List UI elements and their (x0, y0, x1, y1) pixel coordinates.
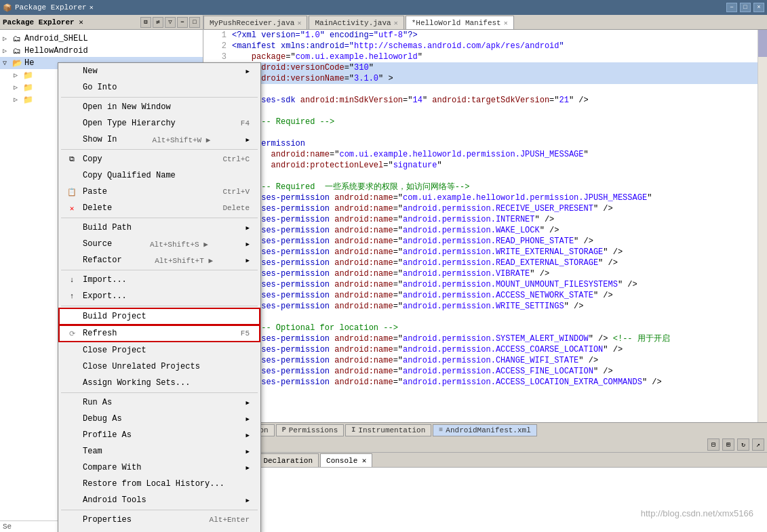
menu-item-build-path-left: Build Path (66, 222, 132, 233)
open-type-hierarchy-shortcut: F4 (241, 119, 250, 127)
close-button[interactable]: × (753, 3, 764, 12)
menu-item-debug-as[interactable]: Debug As (58, 411, 260, 427)
line-content-1: <?xml version="1.0" encoding="utf-8"?> (232, 30, 418, 41)
right-panel: MyPushReceiver.java ✕ MainActivity.java … (203, 15, 767, 532)
line-number-1: 1 (206, 30, 227, 41)
menu-item-profile-as[interactable]: Profile As (58, 427, 260, 443)
manifest-tab-instrumentation[interactable]: I Instrumentation (345, 424, 431, 436)
editor-line-24: 24 <uses-permission android:name="androi… (203, 279, 758, 290)
menu-item-show-in[interactable]: Show In Alt+Shift+W ▶ (58, 131, 260, 148)
bottom-toolbar-btn-3[interactable]: ↻ (737, 438, 749, 451)
tab-mypushreceiver[interactable]: MyPushReceiver.java ✕ (203, 16, 307, 29)
editor-line-11: 11 <permission (203, 138, 758, 149)
delete-shortcut: Delete (222, 204, 250, 212)
line-number-2: 2 (206, 41, 227, 52)
menu-item-close-project[interactable]: Close Project (58, 342, 260, 359)
tab-mypushreceiver-label: MyPushReceiver.java (210, 19, 294, 27)
build-path-icon (66, 222, 77, 233)
editor-line-2: 2 <manifest xmlns:android="http://schema… (203, 41, 758, 52)
menu-item-source[interactable]: Source Alt+Shift+S ▶ (58, 236, 260, 252)
tab-helloworld-manifest[interactable]: *HelloWorld Manifest ✕ (406, 16, 514, 29)
menu-item-open-new-window[interactable]: Open in New Window (58, 99, 260, 115)
menu-item-source-left: Source (66, 239, 112, 249)
tab-helloworld-manifest-close[interactable]: ✕ (504, 19, 508, 27)
separator-2 (61, 149, 258, 150)
separator-5 (61, 306, 258, 306)
menu-item-delete-label: Delete (83, 203, 112, 213)
minimize-button[interactable]: − (726, 3, 737, 12)
manifest-tab-permissions[interactable]: P Permissions (276, 424, 345, 436)
line-content-19: <uses-permission android:name="android.p… (232, 225, 559, 236)
menu-item-restore-local[interactable]: Restore from Local History... (58, 476, 260, 492)
menu-item-copy-label: Copy (83, 155, 102, 164)
properties-icon (66, 514, 77, 525)
tab-mainactivity-close[interactable]: ✕ (394, 19, 398, 27)
menu-item-go-into[interactable]: Go Into (58, 79, 260, 96)
editor-lines-container[interactable]: 1 <?xml version="1.0" encoding="utf-8"?>… (203, 30, 758, 422)
bottom-tab-console[interactable]: Console ✕ (320, 453, 372, 467)
menu-item-export[interactable]: ↑ Export... (58, 288, 260, 304)
menu-item-close-project-left: Close Project (66, 345, 146, 356)
menu-item-paste[interactable]: 📋 Paste Ctrl+V (58, 184, 260, 200)
menu-item-export-left: ↑ Export... (66, 291, 127, 302)
bottom-toolbar-btn-4[interactable]: ↗ (752, 438, 764, 451)
menu-item-refresh[interactable]: ⟳ Refresh F5 (58, 325, 260, 342)
separator-3 (61, 218, 258, 218)
menu-item-show-in-label: Show In (83, 135, 117, 144)
line-content-3: package="com.ui.example.helloworld" (232, 52, 422, 62)
menu-item-copy-qualified-name[interactable]: Copy Qualified Name (58, 167, 260, 184)
menu-item-android-tools[interactable]: Android Tools (58, 492, 260, 508)
menu-item-team-left: Team (66, 446, 102, 457)
menu-item-close-unrelated[interactable]: Close Unrelated Projects (58, 359, 260, 375)
line-content-33: <uses-permission android:name="android.p… (232, 377, 662, 388)
scrollbar-thumb[interactable] (758, 30, 767, 57)
menu-item-debug-as-left: Debug As (66, 413, 122, 424)
menu-item-copy-qualified-name-label: Copy Qualified Name (83, 171, 176, 180)
minimize-panel-button[interactable]: − (177, 17, 188, 28)
tab-mainactivity-label: MainActivity.java (315, 19, 391, 27)
editor-scrollbar[interactable] (758, 30, 767, 422)
menu-item-compare-with-label: Compare With (83, 463, 141, 472)
maximize-panel-button[interactable]: □ (189, 17, 200, 28)
line-content-7: <uses-sdk android:minSdkVersion="14" and… (232, 95, 589, 106)
refresh-icon: ⟳ (66, 328, 77, 339)
editor-line-20: 20 <uses-permission android:name="androi… (203, 236, 758, 247)
maximize-button[interactable]: □ (740, 3, 751, 12)
view-menu-button[interactable]: ▽ (165, 17, 176, 28)
menu-item-refactor[interactable]: Refactor Alt+Shift+T ▶ (58, 252, 260, 268)
link-editor-button[interactable]: ⇌ (153, 17, 163, 28)
show-in-shortcut: Alt+Shift+W ▶ (153, 136, 211, 144)
bottom-toolbar-btn-2[interactable]: ⊞ (722, 438, 734, 451)
menu-item-restore-local-left: Restore from Local History... (66, 478, 224, 489)
manifest-tab-androidmanifest[interactable]: ≡ AndroidManifest.xml (433, 424, 536, 436)
bottom-panel-content (203, 468, 767, 532)
menu-item-copy[interactable]: ⧉ Copy Ctrl+C (58, 151, 260, 167)
tab-mainactivity[interactable]: MainActivity.java ✕ (309, 16, 404, 29)
menu-item-build-path[interactable]: Build Path (58, 220, 260, 236)
line-content-24: <uses-permission android:name="android.p… (232, 279, 637, 290)
menu-item-import[interactable]: ↓ Import... (58, 272, 260, 288)
menu-item-compare-with[interactable]: Compare With (58, 459, 260, 476)
bottom-toolbar-btn-1[interactable]: ⊟ (707, 438, 720, 451)
close-project-icon (66, 345, 77, 356)
menu-item-debug-as-label: Debug As (83, 414, 122, 424)
menu-item-assign-working-sets-left: Assign Working Sets... (66, 377, 190, 388)
tree-item-hellow-android[interactable]: ▷ 🗂 HellowAndroid (0, 45, 203, 57)
menu-item-new[interactable]: New (58, 63, 260, 79)
menu-item-run-as[interactable]: Run As (58, 394, 260, 411)
menu-item-build-project[interactable]: Build Project (58, 308, 260, 325)
menu-item-open-type-hierarchy[interactable]: Open Type Hierarchy F4 (58, 115, 260, 131)
menu-item-assign-working-sets[interactable]: Assign Working Sets... (58, 375, 260, 391)
menu-item-team[interactable]: Team (58, 443, 260, 459)
menu-item-properties[interactable]: Properties Alt+Enter (58, 512, 260, 528)
menu-item-delete[interactable]: ✕ Delete Delete (58, 200, 260, 216)
editor-line-18: 18 <uses-permission android:name="androi… (203, 214, 758, 225)
editor-line-8: 8 (203, 106, 758, 117)
build-project-icon (66, 311, 77, 322)
tab-mypushreceiver-close[interactable]: ✕ (297, 19, 301, 27)
menu-item-resource-configs[interactable]: Resource Configurations (58, 528, 260, 532)
tree-item-android-shell[interactable]: ▷ 🗂 Android_SHELL (0, 33, 203, 45)
bottom-tab-declaration[interactable]: Declaration (257, 453, 319, 467)
line-content-17: <uses-permission android:name="android.p… (232, 203, 613, 214)
collapse-all-button[interactable]: ⊟ (140, 17, 151, 28)
